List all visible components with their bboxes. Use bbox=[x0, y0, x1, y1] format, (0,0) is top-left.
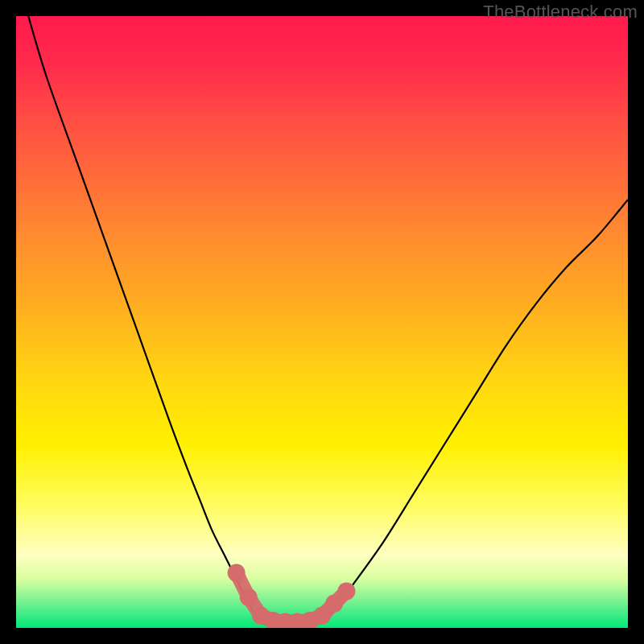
bottleneck-curve bbox=[28, 16, 628, 625]
chart-svg bbox=[16, 16, 628, 628]
marker-dot bbox=[337, 582, 355, 600]
marker-dot bbox=[228, 564, 246, 582]
curve-path bbox=[28, 16, 628, 625]
highlight-markers bbox=[228, 564, 356, 628]
watermark-text: TheBottleneck.com bbox=[483, 2, 638, 23]
chart-area bbox=[16, 16, 628, 628]
marker-dot bbox=[240, 588, 258, 606]
